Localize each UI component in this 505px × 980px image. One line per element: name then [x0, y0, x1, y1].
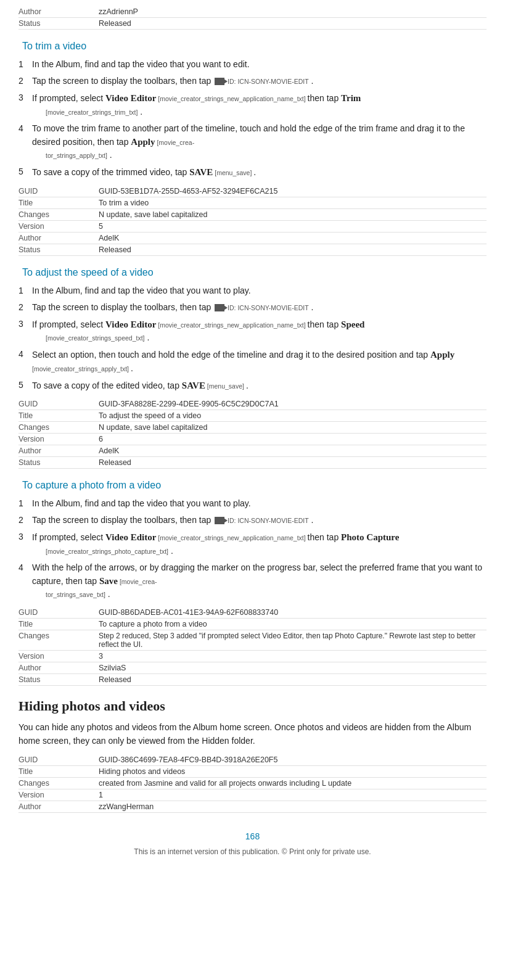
step-num: 4	[18, 561, 32, 574]
step-text: If prompted, select Video Editor [movie_…	[32, 318, 487, 345]
step-num: 4	[18, 348, 32, 361]
string-key: tor_strings_save_txt]	[46, 591, 105, 598]
footer-text: This is an internet version of this publ…	[18, 847, 487, 856]
step-text: Tap the screen to display the toolbars, …	[32, 75, 487, 88]
capture-meta-table: GUIDGUID-8B6DADEB-AC01-41E3-94A9-62F6088…	[18, 607, 487, 686]
trim-step-1: 1 In the Album, find and tap the video t…	[18, 58, 487, 71]
step-text: Select an option, then touch and hold th…	[32, 348, 487, 375]
string-key: [movie_creator_strings_photo_capture_txt…	[46, 548, 168, 555]
meta-value: zzWangHerman	[99, 801, 487, 812]
meta-value: N update, save label capitalized	[99, 422, 487, 434]
icon-label: ID: ICN-SONY-MOVIE-EDIT	[226, 78, 308, 85]
step-text: To move the trim frame to another part o…	[32, 122, 487, 162]
step-text: With the help of the arrows, or by dragg…	[32, 561, 487, 601]
section-hiding-body: You can hide any photos and videos from …	[18, 720, 487, 748]
meta-label: Changes	[18, 777, 99, 789]
string-key: [movie_crea-	[118, 578, 157, 585]
section-capture: To capture a photo from a video 1 In the…	[18, 480, 487, 686]
meta-label: Author	[18, 6, 99, 18]
hiding-meta-table: GUIDGUID-386C4699-7EA8-4FC9-BB4D-3918A26…	[18, 754, 487, 813]
step-num: 1	[18, 58, 32, 71]
meta-value: N update, save label capitalized	[99, 208, 487, 220]
step-text: Tap the screen to display the toolbars, …	[32, 301, 487, 314]
meta-value: 3	[99, 651, 487, 662]
step-num: 2	[18, 75, 32, 88]
photo-capture-label: Photo Capture	[341, 532, 399, 542]
step-num: 1	[18, 284, 32, 297]
indent-text: tor_strings_apply_txt] .	[46, 149, 487, 162]
meta-label: Version	[18, 651, 99, 662]
meta-label: Status	[18, 18, 99, 30]
string-key: [movie_crea-	[155, 139, 195, 146]
meta-value: GUID-8B6DADEB-AC01-41E3-94A9-62F60883374…	[99, 607, 487, 619]
step-text: To save a copy of the trimmed video, tap…	[32, 165, 487, 179]
speed-label: Speed	[341, 319, 364, 329]
meta-value: SzilviaS	[99, 662, 487, 674]
section-trim: To trim a video 1 In the Album, find and…	[18, 41, 487, 256]
indent-text: [movie_creator_strings_photo_capture_txt…	[46, 545, 487, 558]
meta-value: Released	[99, 18, 487, 30]
meta-value: To trim a video	[99, 197, 487, 208]
meta-label: Status	[18, 457, 99, 469]
meta-label: Changes	[18, 422, 99, 434]
string-key: [movie_creator_strings_trim_txt]	[46, 109, 138, 116]
meta-value: Hiding photos and videos	[99, 765, 487, 777]
meta-label: Changes	[18, 630, 99, 651]
meta-value: Released	[99, 244, 487, 255]
speed-steps: 1 In the Album, find and tap the video t…	[18, 284, 487, 393]
step-num: 5	[18, 165, 32, 178]
speed-step-3: 3 If prompted, select Video Editor [movi…	[18, 318, 487, 345]
apply-label: Apply	[131, 137, 155, 147]
meta-label: Author	[18, 445, 99, 457]
step-text: If prompted, select Video Editor [movie_…	[32, 530, 487, 558]
step-text: If prompted, select Video Editor [movie_…	[32, 91, 487, 118]
meta-value: 1	[99, 789, 487, 801]
step-num: 4	[18, 122, 32, 135]
meta-value: To capture a photo from a video	[99, 619, 487, 630]
meta-label: Title	[18, 765, 99, 777]
string-key: [movie_creator_strings_new_application_n…	[156, 321, 307, 329]
section-hiding: Hiding photos and videos You can hide an…	[18, 698, 487, 813]
string-key: tor_strings_apply_txt]	[46, 152, 107, 159]
trim-step-5: 5 To save a copy of the trimmed video, t…	[18, 165, 487, 179]
movie-edit-icon	[215, 78, 224, 85]
movie-edit-icon	[215, 517, 224, 524]
meta-value: To adjust the speed of a video	[99, 410, 487, 422]
capture-steps: 1 In the Album, find and tap the video t…	[18, 497, 487, 601]
trim-step-2: 2 Tap the screen to display the toolbars…	[18, 75, 487, 88]
capture-step-3: 3 If prompted, select Video Editor [movi…	[18, 530, 487, 558]
meta-label: GUID	[18, 186, 99, 197]
capture-step-4: 4 With the help of the arrows, or by dra…	[18, 561, 487, 601]
apply-label: Apply	[430, 350, 454, 360]
string-key: [menu_save]	[213, 169, 253, 176]
section-hiding-heading: Hiding photos and videos	[18, 698, 487, 714]
speed-step-2: 2 Tap the screen to display the toolbars…	[18, 301, 487, 314]
meta-value: created from Jasmine and valid for all p…	[99, 777, 487, 789]
meta-value: GUID-3FA8828E-2299-4DEE-9905-6C5C29D0C7A…	[99, 398, 487, 410]
step-num: 3	[18, 318, 32, 331]
page-content: Author zzAdriennP Status Released To tri…	[0, 0, 505, 881]
trim-step-4: 4 To move the trim frame to another part…	[18, 122, 487, 162]
save-label: SAVE	[182, 381, 205, 390]
trim-meta-table: GUIDGUID-53EB1D7A-255D-4653-AF52-3294EF6…	[18, 186, 487, 256]
string-key: [movie_creator_strings_new_application_n…	[156, 534, 307, 541]
meta-value: zzAdriennP	[99, 6, 487, 18]
meta-value: 5	[99, 220, 487, 232]
speed-step-4: 4 Select an option, then touch and hold …	[18, 348, 487, 375]
meta-value: GUID-386C4699-7EA8-4FC9-BB4D-3918A26E20F…	[99, 754, 487, 766]
section-capture-heading: To capture a photo from a video	[18, 480, 487, 491]
capture-step-1: 1 In the Album, find and tap the video t…	[18, 497, 487, 510]
meta-value: GUID-53EB1D7A-255D-4653-AF52-3294EF6CA21…	[99, 186, 487, 197]
string-key: [movie_creator_strings_new_application_n…	[156, 95, 307, 102]
indent-text: tor_strings_save_txt] .	[46, 588, 487, 601]
indent-text: [movie_creator_strings_trim_txt] .	[46, 105, 487, 118]
meta-label: Author	[18, 801, 99, 812]
meta-label: Version	[18, 789, 99, 801]
indent-text: [movie_creator_strings_speed_txt] .	[46, 331, 487, 344]
step-text: Tap the screen to display the toolbars, …	[32, 514, 487, 527]
string-key: [movie_creator_strings_speed_txt]	[46, 334, 145, 342]
step-text: In the Album, find and tap the video tha…	[32, 58, 487, 71]
meta-label: GUID	[18, 607, 99, 619]
meta-value: 6	[99, 434, 487, 445]
top-meta-table: Author zzAdriennP Status Released	[18, 6, 487, 30]
